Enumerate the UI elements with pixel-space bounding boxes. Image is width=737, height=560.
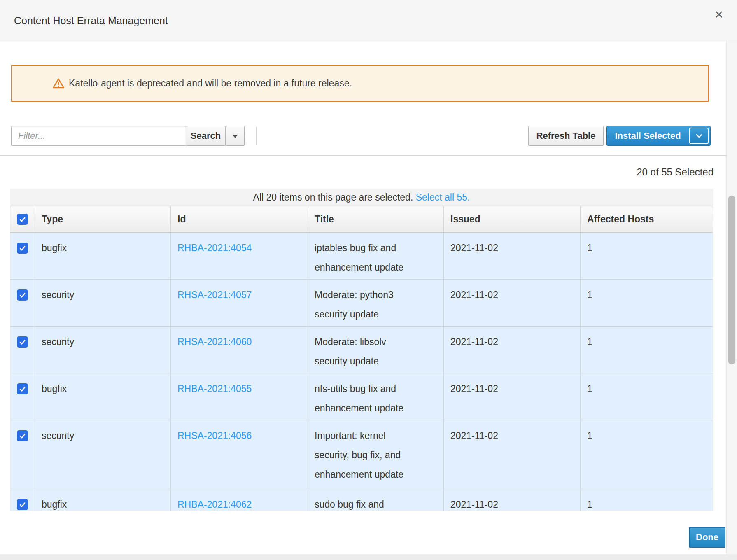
cell-title: iptables bug fix and enhancement update [308, 233, 444, 279]
table-header-row: Type Id Title Issued Affected Hosts [10, 206, 713, 233]
column-header-type: Type [35, 206, 171, 232]
table-row: security RHSA-2021:4060 Moderate: libsol… [10, 327, 713, 373]
scrollbar-track[interactable] [726, 41, 737, 554]
cell-type: bugfix [35, 233, 171, 279]
cell-title: sudo bug fix and [308, 489, 444, 511]
toolbar-divider [0, 155, 726, 156]
install-selected-button[interactable]: Install Selected [607, 126, 689, 145]
cell-affected-hosts: 1 [581, 373, 713, 420]
column-header-id: Id [171, 206, 308, 232]
erratum-id-link[interactable]: RHBA-2021:4055 [177, 383, 252, 394]
cell-type: bugfix [35, 489, 171, 511]
cell-affected-hosts: 1 [581, 420, 713, 489]
cell-affected-hosts: 1 [581, 233, 713, 279]
chevron-down-icon [232, 135, 238, 138]
row-checkbox[interactable] [17, 336, 28, 348]
alert-message: Katello-agent is deprecated and will be … [69, 78, 352, 89]
row-checkbox[interactable] [17, 499, 28, 510]
chevron-down-icon [695, 133, 703, 139]
erratum-id-link[interactable]: RHSA-2021:4060 [177, 336, 252, 347]
select-all-link[interactable]: Select all 55. [416, 192, 470, 203]
table-row: bugfix RHBA-2021:4054 iptables bug fix a… [10, 233, 713, 280]
cell-type: security [35, 327, 171, 373]
scrollbar-thumb[interactable] [728, 196, 735, 364]
warning-triangle-icon [52, 77, 65, 90]
select-all-banner: All 20 items on this page are selected. … [10, 189, 713, 206]
select-all-banner-text: All 20 items on this page are selected. [253, 192, 416, 203]
cell-type: security [35, 420, 171, 489]
row-checkbox[interactable] [17, 289, 28, 301]
install-selected-split-button: Install Selected [606, 126, 711, 146]
erratum-id-link[interactable]: RHSA-2021:4056 [177, 430, 252, 441]
column-header-title: Title [308, 206, 444, 232]
filter-input[interactable] [11, 126, 186, 146]
search-button[interactable]: Search [186, 126, 226, 146]
install-selected-caret-button[interactable] [689, 128, 709, 144]
select-all-checkbox[interactable] [17, 214, 28, 225]
cell-issued: 2021-11-02 [444, 373, 581, 420]
cell-title: nfs-utils bug fix and enhancement update [308, 373, 444, 420]
modal-bottom-edge [0, 554, 737, 560]
cell-affected-hosts: 1 [581, 489, 713, 511]
row-checkbox[interactable] [17, 383, 28, 394]
cell-issued: 2021-11-02 [444, 233, 581, 279]
table-row: security RHSA-2021:4056 Important: kerne… [10, 420, 713, 489]
toolbar-separator [256, 127, 257, 145]
row-checkbox[interactable] [17, 430, 28, 441]
search-caret-button[interactable] [225, 126, 245, 146]
column-header-affected-hosts: Affected Hosts [581, 206, 713, 232]
errata-table: Type Id Title Issued Affected Hosts bugf… [10, 206, 713, 511]
cell-issued: 2021-11-02 [444, 420, 581, 489]
erratum-id-link[interactable]: RHSA-2021:4057 [177, 289, 252, 300]
column-header-issued: Issued [444, 206, 581, 232]
row-checkbox[interactable] [17, 243, 28, 254]
cell-affected-hosts: 1 [581, 327, 713, 373]
selection-summary: 20 of 55 Selected [637, 166, 714, 178]
erratum-id-link[interactable]: RHBA-2021:4054 [177, 243, 252, 253]
modal-header: Content Host Errata Management ✕ [0, 0, 737, 41]
cell-issued: 2021-11-02 [444, 489, 581, 511]
refresh-table-button[interactable]: Refresh Table [528, 126, 604, 146]
cell-title: Moderate: libsolv security update [308, 327, 444, 373]
table-row: bugfix RHBA-2021:4055 nfs-utils bug fix … [10, 373, 713, 420]
cell-issued: 2021-11-02 [444, 327, 581, 373]
cell-affected-hosts: 1 [581, 280, 713, 326]
cell-type: bugfix [35, 373, 171, 420]
close-button[interactable]: ✕ [711, 7, 727, 23]
erratum-id-link[interactable]: RHBA-2021:4062 [177, 499, 252, 510]
table-row: security RHSA-2021:4057 Moderate: python… [10, 280, 713, 327]
close-icon: ✕ [714, 9, 724, 21]
cell-title: Important: kernel security, bug fix, and… [308, 420, 444, 489]
table-row: bugfix RHBA-2021:4062 sudo bug fix and 2… [10, 489, 713, 511]
deprecation-warning-alert: Katello-agent is deprecated and will be … [11, 65, 709, 102]
cell-issued: 2021-11-02 [444, 280, 581, 326]
done-button[interactable]: Done [689, 527, 725, 548]
cell-type: security [35, 280, 171, 326]
cell-title: Moderate: python3 security update [308, 280, 444, 326]
modal-title: Content Host Errata Management [14, 15, 168, 27]
